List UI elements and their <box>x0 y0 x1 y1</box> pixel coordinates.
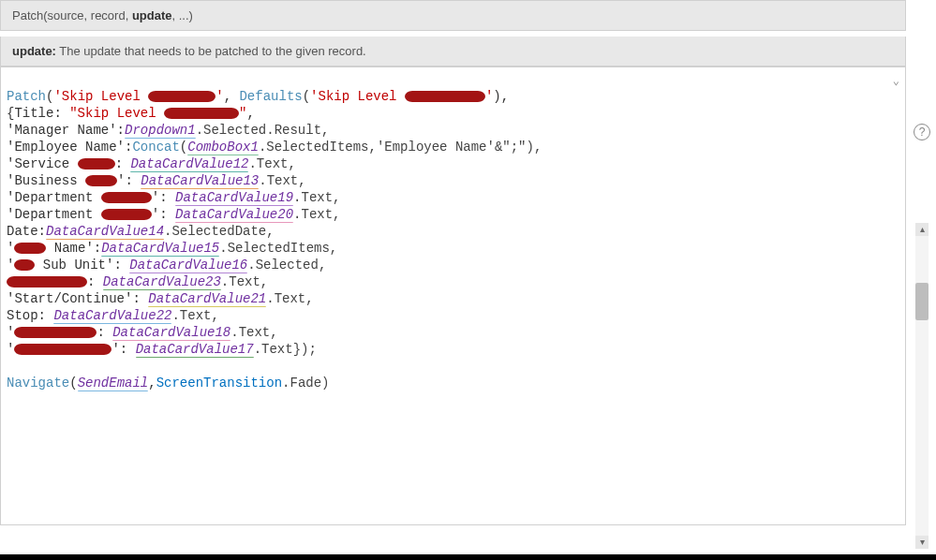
dc18-ref: DataCardValue18 <box>112 325 230 341</box>
sig-bold: update <box>132 8 172 22</box>
dc21-ref: DataCardValue21 <box>148 291 266 307</box>
redaction <box>405 91 485 102</box>
redaction <box>14 327 97 338</box>
desc-text: The update that needs to be patched to t… <box>56 44 366 58</box>
dc23-ref: DataCardValue23 <box>103 274 221 290</box>
scroll-track[interactable] <box>915 236 929 536</box>
vertical-scrollbar[interactable]: ▴ ▾ <box>915 223 929 549</box>
combobox1-ref: ComboBox1 <box>187 140 259 155</box>
dc20-ref: DataCardValue20 <box>175 207 293 223</box>
redaction <box>164 108 239 119</box>
dc14-ref: DataCardValue14 <box>46 224 164 240</box>
fn-navigate: Navigate <box>7 376 69 391</box>
scroll-up-icon[interactable]: ▴ <box>915 223 929 236</box>
dc12-ref: DataCardValue12 <box>130 156 248 172</box>
formula-editor[interactable]: Patch('Skip Level ', Defaults('Skip Leve… <box>0 66 906 525</box>
redaction <box>148 91 215 102</box>
dc15-ref: DataCardValue15 <box>101 241 219 257</box>
scroll-down-icon[interactable]: ▾ <box>915 536 929 549</box>
dropdown1-ref: Dropdown1 <box>125 123 196 139</box>
dc16-ref: DataCardValue16 <box>129 258 247 273</box>
redaction <box>101 209 152 220</box>
sig-suffix: , ...) <box>172 8 193 22</box>
right-rail: ? ▴ ▾ <box>908 0 936 560</box>
redaction <box>85 175 117 186</box>
dc13-ref: DataCardValue13 <box>141 173 259 189</box>
dc17-ref: DataCardValue17 <box>136 342 254 358</box>
redaction <box>101 192 152 203</box>
desc-bold: update: <box>12 44 56 58</box>
sig-prefix: Patch(source, record, <box>12 8 132 22</box>
description-bar: update: The update that needs to be patc… <box>0 37 906 66</box>
scroll-thumb[interactable] <box>915 283 929 320</box>
fn-concat: Concat <box>132 140 179 155</box>
redaction <box>7 276 87 287</box>
redaction <box>14 344 111 355</box>
sendemail-ref: SendEmail <box>78 376 149 391</box>
redaction <box>78 158 115 169</box>
redaction <box>14 259 35 271</box>
redaction <box>14 243 46 254</box>
dc22-ref: DataCardValue22 <box>53 308 171 324</box>
expand-chevron-icon[interactable]: ⌄ <box>893 73 899 90</box>
help-icon[interactable]: ? <box>914 124 930 140</box>
taskbar <box>0 554 936 560</box>
fn-defaults: Defaults <box>239 89 302 104</box>
fn-patch: Patch <box>7 89 46 104</box>
signature-bar: Patch(source, record, update, ...) <box>0 0 906 31</box>
dc19-ref: DataCardValue19 <box>175 190 293 206</box>
